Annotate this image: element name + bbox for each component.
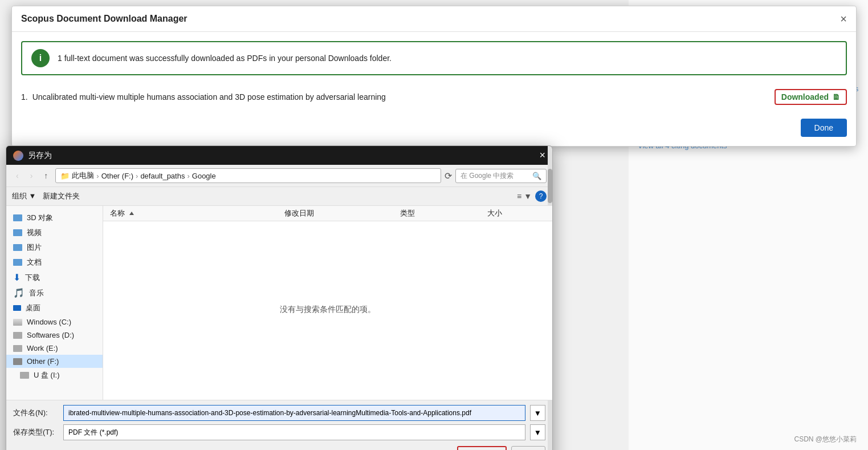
title-left: 另存为 (13, 151, 52, 161)
music-icon: 🎵 (13, 287, 25, 298)
sidebar-item-drive-e[interactable]: Work (E:) (6, 342, 103, 355)
sidebar-label-video: 视频 (27, 228, 42, 238)
col-date-header[interactable]: 修改日期 (284, 208, 401, 218)
close-button[interactable]: × (840, 13, 847, 25)
refresh-button[interactable]: ⟳ (445, 171, 452, 181)
sidebar-label-music: 音乐 (29, 288, 44, 298)
dialog-body: i 1 full-text document was successfully … (12, 32, 856, 146)
help-button[interactable]: ? (535, 190, 547, 202)
file-sidebar: 3D 对象 视频 图片 文档 ⬇ 下载 🎵 音乐 (6, 206, 103, 400)
sidebar-label-images: 图片 (27, 242, 42, 253)
file-dialog-footer: 文件名(N): ▼ 保存类型(T): PDF 文件 (*.pdf) ▼ 保存(S… (6, 400, 552, 450)
dialog-title: Scopus Document Download Manager (21, 14, 188, 24)
done-button[interactable]: Done (801, 119, 847, 137)
column-headers: 名称 修改日期 类型 大小 (103, 206, 552, 221)
file-dialog-titlebar: 另存为 × (6, 146, 552, 165)
drive-f-icon (13, 358, 22, 365)
file-empty-message: 没有与搜索条件匹配的项。 (103, 221, 552, 398)
cancel-button[interactable]: 取消 (511, 446, 545, 450)
breadcrumb-item-1[interactable]: 此电脑 (72, 171, 94, 181)
organize-button[interactable]: 组织 ▼ (12, 191, 36, 201)
col-size-header[interactable]: 大小 (487, 208, 545, 218)
sort-arrow-icon (129, 212, 134, 215)
nav-back-button[interactable]: ‹ (12, 169, 23, 182)
breadcrumb-item-3[interactable]: default_paths (140, 172, 185, 180)
sidebar-label-drive-f: Other (F:) (27, 357, 59, 366)
sidebar-item-drive-f[interactable]: Other (F:) (6, 355, 103, 368)
document-number: 1. (21, 92, 28, 102)
dialog-header: Scopus Document Download Manager × (12, 6, 856, 32)
filetype-label: 保存类型(T): (13, 427, 59, 437)
downloaded-badge[interactable]: Downloaded 🗎 (775, 89, 847, 105)
new-folder-button[interactable]: 新建文件夹 (43, 191, 80, 201)
filetype-dropdown-button[interactable]: ▼ (530, 424, 545, 440)
col-size-label: 大小 (487, 209, 502, 217)
file-dialog-content: 3D 对象 视频 图片 文档 ⬇ 下载 🎵 音乐 (6, 206, 552, 400)
file-dialog-close-button[interactable]: × (539, 149, 545, 161)
done-button-container: Done (21, 114, 847, 137)
file-save-dialog: 另存为 × ‹ › ↑ 📁 此电脑 › Other (F:) › default… (6, 145, 553, 450)
footer-actions: 保存(S) 取消 (13, 444, 545, 450)
video-folder-icon (13, 229, 22, 236)
sidebar-item-3d[interactable]: 3D 对象 (6, 210, 103, 225)
view-options-button[interactable]: ≡ ▼ (517, 192, 532, 201)
sidebar-label-3d: 3D 对象 (27, 213, 53, 223)
sidebar-item-desktop[interactable]: 桌面 (6, 301, 103, 315)
save-button[interactable]: 保存(S) (457, 446, 507, 450)
sidebar-item-images[interactable]: 图片 (6, 240, 103, 255)
images-folder-icon (13, 244, 22, 251)
col-type-label: 类型 (400, 209, 415, 217)
drive-e-icon (13, 345, 22, 352)
col-type-header[interactable]: 类型 (400, 208, 487, 218)
browser-icon (13, 151, 23, 161)
col-name-header[interactable]: 名称 (110, 208, 284, 218)
sidebar-item-drive-c[interactable]: Windows (C:) (6, 315, 103, 329)
breadcrumb-icon: 📁 (60, 172, 70, 180)
file-dialog-toolbar: 组织 ▼ 新建文件夹 ≡ ▼ ? (6, 187, 552, 206)
search-placeholder: 在 Google 中搜索 (461, 171, 514, 181)
help-label: ? (539, 192, 543, 200)
nav-forward-button[interactable]: › (26, 169, 37, 182)
organize-label: 组织 ▼ (12, 192, 36, 200)
file-dialog-title: 另存为 (28, 151, 52, 161)
breadcrumb-item-4[interactable]: Google (192, 172, 216, 180)
download-file-icon: 🗎 (832, 92, 840, 102)
filename-input[interactable] (63, 405, 525, 421)
sidebar-item-downloads[interactable]: ⬇ 下载 (6, 270, 103, 285)
drive-c-icon (13, 319, 22, 326)
sidebar-item-drive-d[interactable]: Softwares (D:) (6, 329, 103, 342)
filename-dropdown-button[interactable]: ▼ (530, 405, 545, 421)
drive-d-icon (13, 332, 22, 339)
watermark: CSDN @悠悠小菜莉 (794, 435, 857, 444)
sidebar-label-desktop: 桌面 (26, 303, 40, 313)
sidebar-item-documents[interactable]: 文档 (6, 255, 103, 270)
downloaded-label: Downloaded (781, 92, 829, 102)
col-date-label: 修改日期 (284, 209, 314, 217)
sidebar-label-drive-d: Softwares (D:) (27, 331, 74, 339)
sidebar-label-drive-c: Windows (C:) (27, 318, 71, 326)
sidebar-item-video[interactable]: 视频 (6, 225, 103, 240)
document-title: Uncalibrated multi-view multiple humans … (32, 92, 775, 102)
filename-row: 文件名(N): ▼ (13, 405, 545, 421)
filetype-select[interactable]: PDF 文件 (*.pdf) (63, 424, 525, 440)
desktop-icon (13, 305, 21, 311)
nav-up-button[interactable]: ↑ (40, 169, 52, 182)
downloads-icon: ⬇ (13, 272, 21, 283)
success-text: 1 full-text document was successfully do… (58, 54, 392, 63)
sidebar-item-music[interactable]: 🎵 音乐 (6, 285, 103, 301)
drive-i-icon (20, 372, 29, 379)
view-toggle: ≡ ▼ ? (517, 190, 547, 202)
breadcrumb-bar: 📁 此电脑 › Other (F:) › default_paths › Goo… (55, 168, 441, 183)
sidebar-label-downloads: 下载 (25, 273, 40, 283)
3d-folder-icon (13, 214, 22, 221)
sidebar-label-documents: 文档 (27, 257, 42, 267)
new-folder-label: 新建文件夹 (43, 192, 80, 200)
breadcrumb-item-2[interactable]: Other (F:) (101, 172, 133, 180)
download-manager-dialog: Scopus Document Download Manager × i 1 f… (11, 6, 857, 147)
search-icon: 🔍 (532, 172, 541, 180)
filename-label: 文件名(N): (13, 408, 59, 418)
sidebar-item-drive-i[interactable]: U 盘 (I:) (6, 368, 103, 383)
documents-folder-icon (13, 259, 22, 266)
col-name-label: 名称 (110, 208, 125, 218)
sidebar-label-drive-e: Work (E:) (27, 344, 58, 352)
